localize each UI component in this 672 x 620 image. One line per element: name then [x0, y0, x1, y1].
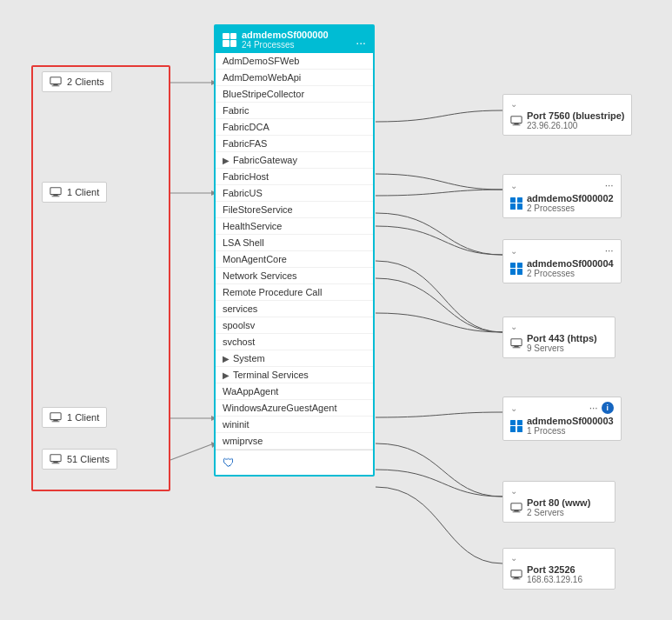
expand-chevron: ⌄: [510, 553, 517, 563]
expand-chevron: ⌄: [510, 246, 517, 256]
right-node-admdemos-000004[interactable]: ⌄ ··· admdemoSf000004 2 Processes: [502, 239, 622, 283]
svg-rect-17: [50, 455, 61, 462]
svg-rect-15: [53, 420, 57, 422]
node-subtitle: 2 Processes: [527, 269, 614, 278]
right-node-port-443[interactable]: ⌄ Port 443 (https) 9 Servers: [502, 317, 615, 358]
node-title: admdemoSf000002: [527, 193, 614, 203]
node-title: Port 80 (www): [527, 497, 590, 508]
process-item[interactable]: WindowsAzureGuestAgent: [216, 400, 373, 417]
svg-rect-30: [514, 577, 518, 578]
process-item-lsashell[interactable]: LSA Shell: [216, 235, 373, 251]
client-label: 2 Clients: [67, 77, 104, 87]
client-label: 1 Client: [67, 412, 99, 423]
svg-rect-27: [514, 510, 518, 511]
process-item[interactable]: FabricUS: [216, 185, 373, 202]
process-item[interactable]: AdmDemoSFWeb: [216, 53, 373, 70]
client-label: 1 Client: [67, 187, 99, 197]
monitor-icon: [50, 453, 62, 465]
svg-rect-24: [514, 345, 518, 347]
process-item[interactable]: HealthService: [216, 218, 373, 235]
center-panel-subtitle: 24 Processes: [242, 40, 329, 50]
windows-logo-icon: [510, 420, 522, 432]
svg-rect-25: [513, 347, 521, 348]
center-panel-more-icon[interactable]: ...: [356, 33, 366, 47]
node-title: Port 7560 (bluestripe): [527, 110, 624, 121]
right-node-port-7560[interactable]: ⌄ Port 7560 (bluestripe) 23.96.26.100: [502, 94, 632, 136]
monitor-icon: [510, 569, 522, 581]
svg-rect-28: [513, 511, 521, 512]
process-item[interactable]: BlueStripeCollector: [216, 86, 373, 103]
windows-logo-icon: [223, 33, 236, 47]
monitor-icon: [510, 115, 522, 127]
process-item[interactable]: spoolsv: [216, 317, 373, 334]
expand-chevron: ⌄: [510, 486, 517, 496]
process-item[interactable]: Fabric: [216, 103, 373, 119]
client-node-1client-a[interactable]: 1 Client: [42, 182, 107, 203]
expand-chevron: ⌄: [510, 181, 517, 190]
monitor-icon: [510, 337, 522, 350]
process-item[interactable]: MonAgentCore: [216, 251, 373, 268]
arrow-icon: ▶: [223, 370, 230, 380]
right-node-admdemos-000003[interactable]: ⌄ ··· i admdemoSf000003 1 Process: [502, 397, 622, 441]
center-panel-header: admdemoSf000000 24 Processes ...: [216, 26, 373, 53]
process-item[interactable]: WaAppAgent: [216, 383, 373, 400]
process-item[interactable]: services: [216, 301, 373, 317]
client-node-2clients[interactable]: 2 Clients: [42, 71, 112, 92]
svg-rect-23: [511, 338, 522, 345]
center-panel-title: admdemoSf000000: [242, 30, 329, 40]
svg-rect-19: [52, 463, 60, 463]
panel-footer: 🛡: [216, 450, 373, 475]
svg-rect-10: [52, 85, 60, 86]
node-title: Port 443 (https): [527, 333, 597, 343]
more-dots-icon[interactable]: ···: [605, 244, 614, 257]
right-node-admdemos-000002[interactable]: ⌄ ··· admdemoSf000002 2 Processes: [502, 174, 622, 218]
expand-chevron: ⌄: [510, 322, 517, 331]
center-process-panel: admdemoSf000000 24 Processes ... AdmDemo…: [214, 24, 375, 477]
node-title: admdemoSf000003: [527, 416, 614, 426]
svg-rect-8: [50, 77, 61, 84]
process-item[interactable]: FabricDCA: [216, 119, 373, 136]
svg-rect-18: [53, 462, 57, 463]
process-item[interactable]: wmiprvse: [216, 433, 373, 450]
node-title: admdemoSf000004: [527, 258, 614, 269]
process-item-terminal-services[interactable]: ▶Terminal Services: [216, 367, 373, 383]
node-subtitle: 168.63.129.16: [527, 575, 582, 584]
svg-rect-14: [50, 413, 61, 420]
process-item[interactable]: svchost: [216, 334, 373, 350]
right-node-port-80[interactable]: ⌄ Port 80 (www) 2 Servers: [502, 481, 615, 523]
node-subtitle: 2 Processes: [527, 203, 614, 213]
arrow-icon: ▶: [223, 156, 230, 165]
node-subtitle: 1 Process: [527, 426, 614, 436]
right-node-port-32526[interactable]: ⌄ Port 32526 168.63.129.16: [502, 548, 615, 590]
monitor-icon: [510, 502, 522, 514]
windows-logo-icon: [510, 197, 522, 210]
monitor-icon: [50, 411, 62, 423]
process-item-fabricgateway[interactable]: ▶FabricGateway: [216, 152, 373, 169]
node-title-group: admdemoSf000004 2 Processes: [510, 258, 614, 278]
client-label: 51 Clients: [67, 454, 110, 464]
info-icon[interactable]: i: [602, 402, 614, 414]
process-item[interactable]: FabricFAS: [216, 136, 373, 152]
process-item-system[interactable]: ▶System: [216, 350, 373, 367]
process-item[interactable]: wininit: [216, 417, 373, 433]
svg-rect-9: [53, 84, 57, 86]
client-node-51clients[interactable]: 51 Clients: [42, 449, 117, 470]
svg-rect-11: [50, 188, 61, 195]
process-item[interactable]: Remote Procedure Call: [216, 284, 373, 301]
process-item[interactable]: FileStoreService: [216, 202, 373, 218]
node-subtitle: 9 Servers: [527, 343, 597, 353]
more-dots-icon[interactable]: ···: [589, 402, 598, 414]
node-title-group: Port 7560 (bluestripe) 23.96.26.100: [510, 110, 624, 130]
node-title-group: Port 80 (www) 2 Servers: [510, 497, 608, 517]
more-dots-icon[interactable]: ···: [605, 179, 614, 191]
process-item[interactable]: Network Services: [216, 268, 373, 284]
svg-rect-12: [53, 195, 57, 197]
process-item[interactable]: AdmDemoWebApi: [216, 70, 373, 86]
node-subtitle: 2 Servers: [527, 508, 590, 517]
shield-icon: 🛡: [223, 456, 235, 470]
svg-rect-21: [514, 123, 518, 124]
node-subtitle: 23.96.26.100: [527, 121, 624, 130]
client-node-1client-b[interactable]: 1 Client: [42, 407, 107, 428]
expand-chevron: ⌄: [510, 99, 517, 109]
process-item[interactable]: FabricHost: [216, 169, 373, 185]
